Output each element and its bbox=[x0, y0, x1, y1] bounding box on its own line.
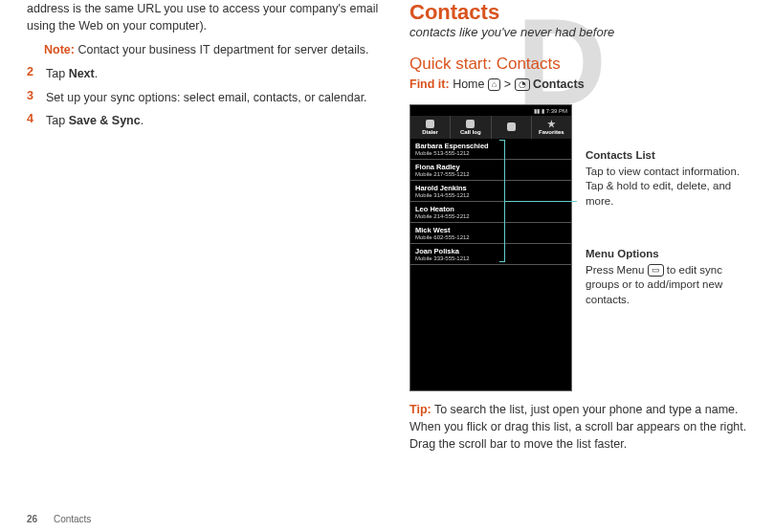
callout-connector bbox=[505, 201, 577, 202]
signal-icon: ▮▮ bbox=[534, 108, 540, 114]
li-sub-1: Mobile 217-555-1212 bbox=[415, 171, 566, 177]
status-time: 7:39 PM bbox=[546, 108, 567, 114]
step-num-4: 4 bbox=[27, 112, 38, 129]
page-title: Contacts bbox=[409, 0, 754, 25]
li-sub-2: Mobile 314-555-1212 bbox=[415, 192, 566, 198]
step3-text: Set up your sync options: select email, … bbox=[46, 89, 367, 106]
step4-text-c: . bbox=[141, 114, 144, 127]
list-item[interactable]: Joan PoliskaMobile 333-555-1212 bbox=[410, 244, 571, 265]
favorites-icon bbox=[547, 120, 556, 128]
tab-contacts[interactable] bbox=[492, 116, 532, 139]
tab-label-0: Dialer bbox=[422, 129, 438, 135]
step4-text-a: Tap bbox=[46, 114, 69, 127]
phone-statusbar: ▮▮ ▮ 7:39 PM bbox=[410, 105, 571, 116]
step-3: 3 Set up your sync options: select email… bbox=[27, 89, 386, 106]
step2-bold: Next bbox=[69, 67, 95, 80]
step2-text-a: Tap bbox=[46, 67, 69, 80]
li-name-4: Mick West bbox=[415, 226, 566, 234]
tab-label-3: Favorites bbox=[539, 129, 564, 135]
list-item[interactable]: Leo HeatonMobile 214-555-2212 bbox=[410, 202, 571, 223]
home-icon: ⌂ bbox=[488, 78, 500, 91]
tip-paragraph: Tip: To search the list, just open your … bbox=[409, 401, 754, 453]
phone-tabs: Dialer Call log Favorites bbox=[410, 116, 571, 139]
intro-paragraph: address is the same URL you use to acces… bbox=[27, 0, 386, 34]
dialer-icon bbox=[426, 120, 434, 128]
li-name-2: Harold Jenkins bbox=[415, 184, 566, 192]
li-sub-4: Mobile 602-555-1212 bbox=[415, 234, 566, 240]
callout1-title: Contacts List bbox=[586, 148, 743, 164]
tab-call-log[interactable]: Call log bbox=[451, 116, 491, 139]
tip-label: Tip: bbox=[409, 403, 431, 416]
phone-mockup: ▮▮ ▮ 7:39 PM Dialer Call log Favorites B… bbox=[409, 104, 572, 391]
tip-text: To search the list, just open your phone… bbox=[409, 403, 746, 451]
step-num-2: 2 bbox=[27, 65, 38, 82]
callout2-body: Press Menu ▭ to edit sync groups or to a… bbox=[586, 263, 743, 308]
step-2: 2 Tap Next. bbox=[27, 65, 386, 82]
battery-icon: ▮ bbox=[542, 108, 544, 114]
li-sub-3: Mobile 214-555-2212 bbox=[415, 213, 566, 219]
li-name-0: Barbara Espenschied bbox=[415, 142, 566, 150]
contacts-tab-icon bbox=[507, 122, 516, 131]
step2-text-c: . bbox=[95, 67, 98, 80]
list-item[interactable]: Fiona RadleyMobile 217-555-1212 bbox=[410, 160, 571, 181]
li-name-3: Leo Heaton bbox=[415, 205, 566, 213]
tab-favorites[interactable]: Favorites bbox=[532, 116, 571, 139]
list-item[interactable]: Mick WestMobile 602-555-1212 bbox=[410, 223, 571, 244]
step4-bold: Save & Sync bbox=[69, 114, 141, 127]
li-name-1: Fiona Radley bbox=[415, 163, 566, 171]
step-num-3: 3 bbox=[27, 89, 38, 106]
li-name-5: Joan Poliska bbox=[415, 247, 566, 255]
step-4: 4 Tap Save & Sync. bbox=[27, 112, 386, 129]
section-heading: Quick start: Contacts bbox=[409, 55, 754, 74]
li-sub-5: Mobile 333-555-1212 bbox=[415, 255, 566, 261]
note-text: Contact your business IT department for … bbox=[75, 43, 369, 56]
find-text-1: Home bbox=[450, 78, 488, 91]
page-subtitle: contacts like you've never had before bbox=[409, 25, 754, 39]
note-paragraph: Note: Contact your business IT departmen… bbox=[27, 41, 386, 58]
callout1-body: Tap to view contact information. Tap & h… bbox=[586, 165, 743, 210]
find-it-label: Find it: bbox=[409, 78, 450, 91]
contacts-icon: ◔ bbox=[515, 78, 530, 91]
call-log-icon bbox=[466, 120, 475, 128]
callout-contacts-list: Contacts List Tap to view contact inform… bbox=[586, 148, 743, 209]
find-text-2: Contacts bbox=[530, 78, 585, 91]
tab-dialer[interactable]: Dialer bbox=[410, 116, 451, 139]
list-item[interactable]: Harold JenkinsMobile 314-555-1212 bbox=[410, 181, 571, 202]
callout2-title: Menu Options bbox=[586, 247, 743, 262]
callout2-text-a: Press Menu bbox=[586, 264, 648, 276]
menu-icon: ▭ bbox=[648, 264, 664, 277]
callout-menu-options: Menu Options Press Menu ▭ to edit sync g… bbox=[586, 247, 743, 307]
phone-contact-list[interactable]: Barbara EspenschiedMobile 513-555-1212 F… bbox=[410, 139, 571, 265]
note-label: Note: bbox=[44, 43, 75, 56]
find-it-line: Find it: Home ⌂ > ◔ Contacts bbox=[409, 78, 754, 91]
gt-sep: > bbox=[500, 78, 514, 91]
list-item[interactable]: Barbara EspenschiedMobile 513-555-1212 bbox=[410, 139, 571, 160]
tab-label-1: Call log bbox=[460, 129, 481, 135]
li-sub-0: Mobile 513-555-1212 bbox=[415, 150, 566, 156]
